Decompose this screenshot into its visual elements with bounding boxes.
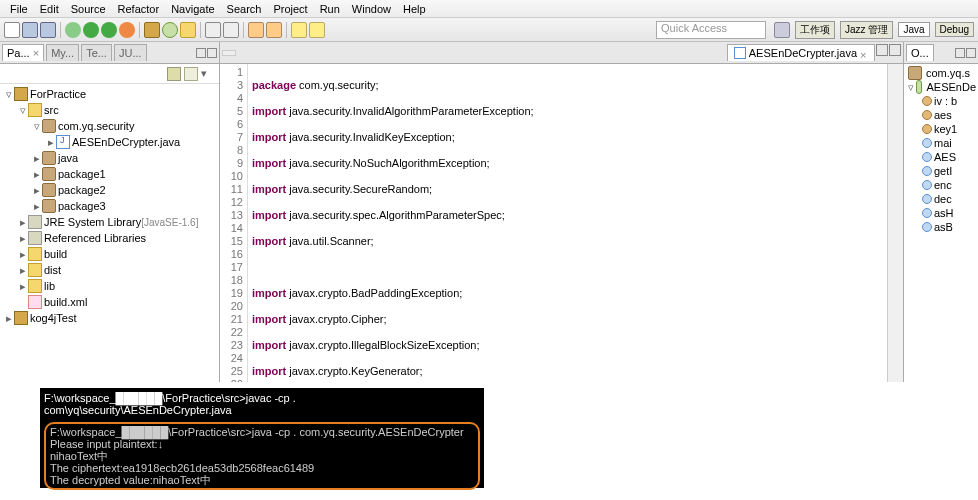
new-folder-icon[interactable] xyxy=(180,22,196,38)
persp-jazz[interactable]: Jazz 管理 xyxy=(840,21,893,39)
method-icon xyxy=(922,180,932,190)
new-class-icon[interactable] xyxy=(162,22,178,38)
project-icon xyxy=(14,311,28,325)
package-icon xyxy=(42,151,56,165)
package-icon xyxy=(42,167,56,181)
new-icon[interactable] xyxy=(4,22,20,38)
method-icon xyxy=(922,208,932,218)
package-icon xyxy=(42,199,56,213)
menu-refactor[interactable]: Refactor xyxy=(112,3,166,15)
menu-edit[interactable]: Edit xyxy=(34,3,65,15)
maximize-icon[interactable] xyxy=(207,48,217,58)
persp-debug[interactable]: Debug xyxy=(935,22,974,37)
tab-te[interactable]: Te... xyxy=(81,44,112,61)
close-icon[interactable]: × xyxy=(860,49,868,57)
menu-project[interactable]: Project xyxy=(267,3,313,15)
run-icon[interactable] xyxy=(83,22,99,38)
close-icon[interactable]: × xyxy=(33,47,39,59)
ant-file-icon xyxy=(28,295,42,309)
annotation-icon[interactable] xyxy=(266,22,282,38)
back-icon[interactable] xyxy=(291,22,307,38)
java-file-icon xyxy=(56,135,70,149)
collapse-all-icon[interactable] xyxy=(167,67,181,81)
code-editor[interactable]: package com.yq.security; import java.sec… xyxy=(248,64,887,382)
field-icon xyxy=(922,110,932,120)
maximize-icon[interactable] xyxy=(966,48,976,58)
method-icon xyxy=(922,194,932,204)
editor-tab-placeholder[interactable] xyxy=(222,50,236,56)
folder-icon xyxy=(28,279,42,293)
debug-icon[interactable] xyxy=(65,22,81,38)
project-icon xyxy=(14,87,28,101)
tab-my[interactable]: My... xyxy=(46,44,79,61)
field-icon xyxy=(922,96,932,106)
toggle-mark-icon[interactable] xyxy=(248,22,264,38)
view-menu-icon[interactable]: ▾ xyxy=(201,67,215,81)
minimize-icon[interactable] xyxy=(196,48,206,58)
menu-file[interactable]: File xyxy=(4,3,34,15)
new-package-icon[interactable] xyxy=(144,22,160,38)
tab-outline[interactable]: O... xyxy=(906,44,934,61)
forward-icon[interactable] xyxy=(309,22,325,38)
open-type-icon[interactable] xyxy=(205,22,221,38)
java-file-icon xyxy=(734,47,746,59)
link-editor-icon[interactable] xyxy=(184,67,198,81)
menu-window[interactable]: Window xyxy=(346,3,397,15)
src-folder-icon xyxy=(28,103,42,117)
terminal-line: F:\workspace_██████\ForPractice\src>java… xyxy=(44,392,480,416)
persp-java[interactable]: Java xyxy=(898,22,929,37)
menu-run[interactable]: Run xyxy=(314,3,346,15)
outline-tree[interactable]: com.yq.s ▿AESEnDe iv : b aes key1 mai AE… xyxy=(904,64,978,382)
minimize-icon[interactable] xyxy=(955,48,965,58)
line-gutter[interactable]: 1345678910111213141516171819202122232425… xyxy=(220,64,248,382)
method-icon xyxy=(922,138,932,148)
outline-view: O... com.yq.s ▿AESEnDe iv : b aes key1 m… xyxy=(903,42,978,382)
menu-navigate[interactable]: Navigate xyxy=(165,3,220,15)
maximize-icon[interactable] xyxy=(889,44,901,56)
class-icon xyxy=(916,80,922,94)
method-icon xyxy=(922,222,932,232)
save-icon[interactable] xyxy=(22,22,38,38)
quick-access-input[interactable]: Quick Access xyxy=(656,21,766,39)
package-icon xyxy=(908,66,922,80)
library-icon xyxy=(28,231,42,245)
folder-icon xyxy=(28,263,42,277)
run-last-icon[interactable] xyxy=(101,22,117,38)
package-icon xyxy=(42,119,56,133)
command-prompt: F:\workspace_██████\ForPractice\src>java… xyxy=(40,388,484,488)
method-icon xyxy=(922,152,932,162)
minimize-icon[interactable] xyxy=(876,44,888,56)
field-icon xyxy=(922,124,932,134)
menu-bar: File Edit Source Refactor Navigate Searc… xyxy=(0,0,978,18)
search-icon[interactable] xyxy=(223,22,239,38)
tab-ju[interactable]: JU... xyxy=(114,44,147,61)
menu-search[interactable]: Search xyxy=(221,3,268,15)
persp-workitems[interactable]: 工作项 xyxy=(795,21,835,39)
folder-icon xyxy=(28,247,42,261)
library-icon xyxy=(28,215,42,229)
terminal-line: F:\workspace_██████\ForPractice\src>_ xyxy=(44,492,480,500)
menu-source[interactable]: Source xyxy=(65,3,112,15)
ext-tools-icon[interactable] xyxy=(119,22,135,38)
save-all-icon[interactable] xyxy=(40,22,56,38)
package-icon xyxy=(42,183,56,197)
toolbar: Quick Access 工作项 Jazz 管理 Java Debug xyxy=(0,18,978,42)
project-tree[interactable]: ▿ForPractice ▿src ▿com.yq.security ▸AESE… xyxy=(0,84,219,382)
editor-area: AESEnDeCrypter.java× 1345678910111213141… xyxy=(220,42,903,382)
open-perspective-icon[interactable] xyxy=(774,22,790,38)
highlighted-output: F:\workspace_██████\ForPractice\src>java… xyxy=(44,422,480,490)
method-icon xyxy=(922,166,932,176)
editor-tab-active[interactable]: AESEnDeCrypter.java× xyxy=(727,44,875,61)
menu-help[interactable]: Help xyxy=(397,3,432,15)
scrollbar[interactable] xyxy=(887,64,903,382)
tab-package-explorer[interactable]: Pa... × xyxy=(2,44,44,61)
package-explorer: Pa... × My... Te... JU... ▾ ▿ForPractice… xyxy=(0,42,220,382)
